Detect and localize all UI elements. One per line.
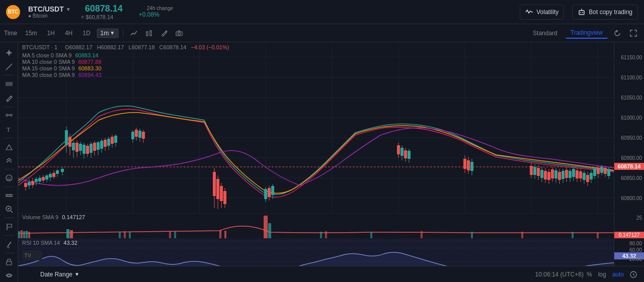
emoji-tool[interactable] [3,171,16,184]
svg-rect-89 [86,146,89,154]
svg-rect-105 [114,136,117,143]
auto-btn[interactable]: auto [609,270,627,279]
camera-icon[interactable] [173,27,186,40]
svg-rect-171 [579,171,582,178]
pair-info: BTC/USDT ▼ ● Bitcoin [28,5,71,19]
svg-rect-139 [467,160,470,170]
timeframe-1h[interactable]: 1H [43,28,59,38]
svg-rect-95 [97,142,100,150]
svg-rect-75 [61,169,64,172]
svg-rect-191 [23,231,25,238]
candlestick-chart [18,42,614,213]
main-chart[interactable] [18,42,614,213]
line-chart-icon[interactable] [127,27,140,40]
fullscreen-icon[interactable] [627,27,640,40]
pair-name[interactable]: BTC/USDT ▼ [28,5,71,13]
expand-icon[interactable] [3,154,16,167]
svg-rect-141 [470,162,473,171]
sidebar-sep-8 [4,253,14,253]
coin-icon: BTC [6,5,20,19]
crosshair-tool[interactable] [3,46,16,59]
left-sidebar: T [0,42,18,282]
svg-rect-0 [579,11,584,15]
toolbar-separator [123,29,123,38]
timeframe-4h[interactable]: 4H [61,28,76,38]
svg-rect-81 [72,143,75,150]
svg-rect-57 [28,182,31,185]
svg-rect-193 [28,232,30,238]
svg-rect-195 [70,230,73,238]
rsi-axis: 80.00 60.00 43.32 20.00 [614,238,644,266]
timeframe-15m[interactable]: 15m [21,28,41,38]
svg-rect-163 [565,170,568,178]
pencil-tool[interactable] [3,91,16,105]
draw-icon[interactable] [157,27,171,40]
tradingview-btn[interactable]: Tradingview [566,28,608,39]
svg-rect-109 [135,130,138,137]
price-60900: 60900.00 [621,155,642,161]
standard-view-btn[interactable]: Standard [528,28,562,38]
sidebar-sep-5 [4,186,14,187]
chart-time: 10:06:14 (UTC+8) [535,271,584,278]
svg-rect-194 [66,229,69,238]
percent-btn[interactable]: % [584,270,595,279]
pattern-tool[interactable] [3,140,16,153]
price-60800: 60800.00 [621,196,642,201]
volatility-button[interactable]: Volatility [520,5,564,20]
svg-point-8 [178,32,181,35]
svg-rect-208 [421,231,423,238]
lock-tool[interactable] [3,255,16,268]
text-tool[interactable]: T [3,123,16,136]
svg-rect-34 [7,261,12,265]
svg-rect-207 [370,232,372,238]
timeframe-1m-active[interactable]: 1m ▼ [97,28,119,38]
svg-rect-173 [583,173,586,180]
log-btn[interactable]: log [595,270,609,279]
svg-rect-137 [463,159,466,169]
svg-rect-59 [31,181,34,185]
svg-rect-212 [597,232,599,238]
clock-icon[interactable] [627,268,640,281]
date-range-button[interactable]: Date Range ▼ [40,271,79,278]
svg-point-18 [10,114,12,116]
svg-rect-79 [68,137,71,147]
chart-container[interactable]: BTC/USDT · 1 O60882.17 H60882.17 L60877.… [18,42,644,282]
change-label: 24h change [147,6,173,11]
sidebar-sep-6 [4,218,14,218]
svg-rect-71 [52,173,55,177]
horizontal-line-tool[interactable] [3,77,16,90]
svg-rect-161 [561,171,565,179]
svg-point-35 [8,274,10,277]
timeframe-1d[interactable]: 1D [78,28,94,38]
svg-line-29 [11,211,13,213]
svg-rect-87 [83,145,86,154]
svg-line-12 [6,64,12,70]
zoom-tool[interactable] [3,203,16,216]
svg-rect-204 [224,231,226,238]
brush-tool[interactable] [3,238,16,251]
svg-line-33 [8,242,11,246]
toolbar: Time 15m 1H 4H 1D 1m ▼ Standard Tradingv… [0,24,644,42]
measure-tool[interactable] [3,109,16,122]
eye-tool[interactable] [3,269,16,282]
svg-rect-65 [42,177,45,180]
rsi-80: 80.00 [629,241,642,246]
svg-rect-129 [397,145,400,154]
svg-rect-147 [537,168,540,176]
bottom-bar: Date Range ▼ 10:06:14 (UTC+8) % log auto [36,266,644,282]
volume-axis-label: 25 [636,215,642,221]
bot-copy-trading-button[interactable]: Bot copy trading [572,5,638,20]
svg-rect-127 [271,186,274,195]
refresh-icon[interactable] [611,27,624,40]
svg-text:T: T [7,126,11,133]
svg-rect-113 [142,132,145,139]
bar-chart-icon[interactable] [142,27,155,40]
ruler-tool[interactable] [3,189,16,202]
toolbar-right: Standard Tradingview [528,27,640,40]
svg-point-2 [582,12,583,13]
sidebar-sep-1 [4,75,14,75]
flag-tool[interactable] [3,220,16,233]
svg-point-17 [6,114,8,116]
line-tool[interactable] [3,60,16,73]
svg-rect-200 [129,232,131,238]
